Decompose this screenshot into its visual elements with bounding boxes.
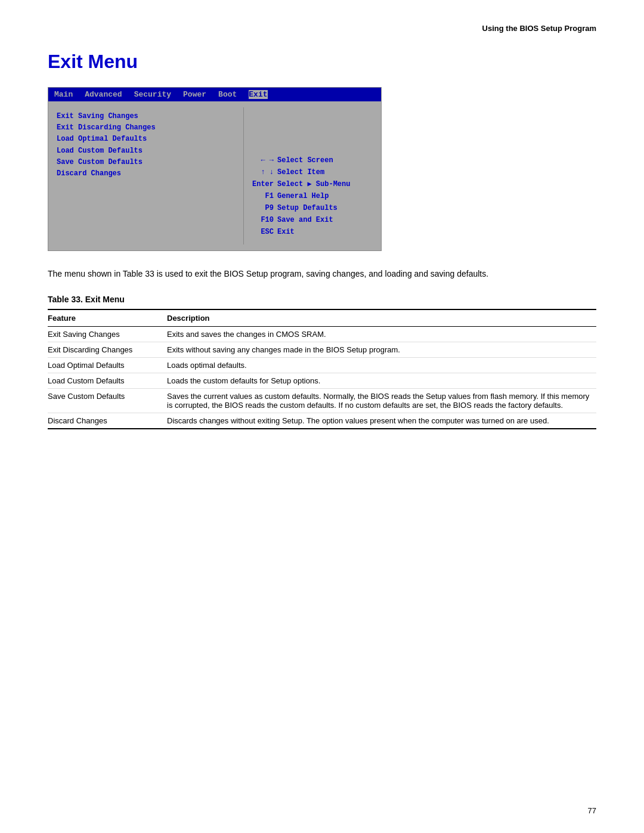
- bios-menu-exit[interactable]: Exit: [249, 90, 267, 99]
- cell-feature-5: Discard Changes: [48, 413, 167, 429]
- bios-key-desc-6: Exit: [277, 227, 295, 237]
- bios-key-row-5: F10 Save and Exit: [250, 215, 375, 225]
- exit-menu-table: Feature Description Exit Saving ChangesE…: [48, 309, 596, 429]
- cell-feature-1: Exit Discarding Changes: [48, 342, 167, 358]
- bios-entry-4[interactable]: Save Custom Defaults: [57, 157, 235, 168]
- bios-menubar: Main Advanced Security Power Boot Exit: [48, 88, 381, 101]
- cell-feature-3: Load Custom Defaults: [48, 373, 167, 389]
- bios-entry-5[interactable]: Discard Changes: [57, 168, 235, 179]
- cell-description-0: Exits and saves the changes in CMOS SRAM…: [167, 327, 596, 342]
- table-header-row: Feature Description: [48, 309, 596, 327]
- table-body: Exit Saving ChangesExits and saves the c…: [48, 327, 596, 429]
- bios-key-desc-1: Select Item: [277, 167, 324, 178]
- cell-description-3: Loads the custom defaults for Setup opti…: [167, 373, 596, 389]
- bios-key-row-3: F1 General Help: [250, 191, 375, 202]
- cell-description-1: Exits without saving any changes made in…: [167, 342, 596, 358]
- bios-key-f10: F10: [250, 215, 274, 225]
- bios-key-desc-5: Save and Exit: [277, 215, 333, 225]
- table-row: Exit Saving ChangesExits and saves the c…: [48, 327, 596, 342]
- table-title: Table 33. Exit Menu: [48, 295, 596, 304]
- page-title: Exit Menu: [48, 51, 596, 73]
- cell-description-2: Loads optimal defaults.: [167, 358, 596, 373]
- page-number: 77: [588, 806, 596, 815]
- bios-menu-boot[interactable]: Boot: [218, 90, 237, 99]
- header-right: Using the BIOS Setup Program: [48, 24, 596, 33]
- bios-key-help: ← → Select Screen ↑ ↓ Select Item Enter …: [244, 107, 381, 244]
- bios-key-arrows-lr: ← →: [250, 155, 274, 166]
- bios-menu-power[interactable]: Power: [183, 90, 206, 99]
- body-paragraph: The menu shown in Table 33 is used to ex…: [48, 268, 596, 280]
- table-row: Discard ChangesDiscards changes without …: [48, 413, 596, 429]
- col-feature: Feature: [48, 309, 167, 327]
- cell-feature-4: Save Custom Defaults: [48, 389, 167, 413]
- cell-description-5: Discards changes without exiting Setup. …: [167, 413, 596, 429]
- page-wrapper: Using the BIOS Setup Program Exit Menu M…: [0, 0, 644, 465]
- table-row: Load Custom DefaultsLoads the custom def…: [48, 373, 596, 389]
- cell-feature-0: Exit Saving Changes: [48, 327, 167, 342]
- bios-entry-1[interactable]: Exit Discarding Changes: [57, 122, 235, 134]
- table-row: Exit Discarding ChangesExits without sav…: [48, 342, 596, 358]
- col-description: Description: [167, 309, 596, 327]
- bios-key-row-1: ↑ ↓ Select Item: [250, 167, 375, 178]
- bios-key-p9: P9: [250, 203, 274, 213]
- bios-key-f1: F1: [250, 191, 274, 202]
- cell-feature-2: Load Optimal Defaults: [48, 358, 167, 373]
- bios-key-row-0: ← → Select Screen: [250, 155, 375, 166]
- bios-key-enter: Enter: [250, 179, 274, 190]
- bios-key-desc-4: Setup Defaults: [277, 203, 338, 213]
- bios-key-desc-2: Select ▶ Sub-Menu: [277, 179, 350, 190]
- bios-entry-3[interactable]: Load Custom Defaults: [57, 145, 235, 157]
- bios-menu-security[interactable]: Security: [134, 90, 171, 99]
- bios-key-row-6: ESC Exit: [250, 227, 375, 237]
- cell-description-4: Saves the current values as custom defau…: [167, 389, 596, 413]
- bios-key-desc-3: General Help: [277, 191, 329, 202]
- bios-key-row-4: P9 Setup Defaults: [250, 203, 375, 213]
- header-text: Using the BIOS Setup Program: [482, 24, 596, 33]
- bios-screen: Main Advanced Security Power Boot Exit E…: [48, 87, 382, 251]
- bios-menu-main[interactable]: Main: [54, 90, 73, 99]
- bios-key-desc-0: Select Screen: [277, 155, 333, 166]
- bios-key-esc: ESC: [250, 227, 274, 237]
- bios-key-row-2: Enter Select ▶ Sub-Menu: [250, 179, 375, 190]
- table-row: Load Optimal DefaultsLoads optimal defau…: [48, 358, 596, 373]
- bios-entry-2[interactable]: Load Optimal Defaults: [57, 134, 235, 145]
- bios-menu-advanced[interactable]: Advanced: [85, 90, 122, 99]
- bios-key-arrows-ud: ↑ ↓: [250, 167, 274, 178]
- table-row: Save Custom DefaultsSaves the current va…: [48, 389, 596, 413]
- bios-entry-0[interactable]: Exit Saving Changes: [57, 111, 235, 122]
- bios-entries: Exit Saving Changes Exit Discarding Chan…: [48, 107, 243, 244]
- bios-content-area: Exit Saving Changes Exit Discarding Chan…: [48, 101, 381, 250]
